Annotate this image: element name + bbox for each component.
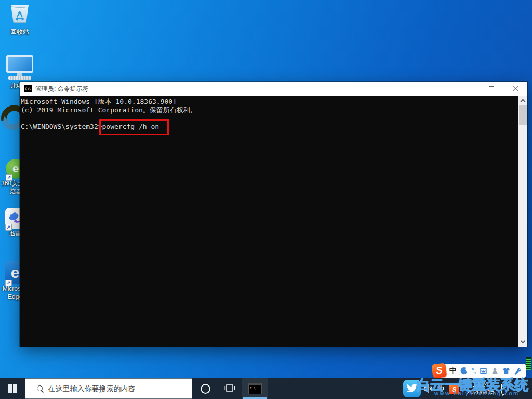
show-desktop-button[interactable] (530, 378, 530, 399)
shortcut-arrow-badge: ↗ (6, 174, 12, 181)
recycle-bin-icon (9, 5, 30, 28)
shortcut-arrow-badge: ↗ (5, 280, 12, 286)
cmd-window: C:\ 管理员: 命令提示符 Microsoft Windows [版本 10.… (20, 82, 527, 347)
search-icon (37, 385, 43, 392)
bird-icon (406, 383, 418, 394)
console-line: Microsoft Windows [版本 10.0.18363.900] (21, 98, 527, 106)
windows-logo-icon (8, 384, 17, 393)
network-monitor-badge[interactable] (526, 357, 531, 370)
window-title: 管理员: 命令提示符 (35, 85, 456, 94)
command-highlight-box (99, 119, 169, 135)
desktop-icon-recycle-bin[interactable]: 回收站 (1, 5, 38, 36)
sogou-logo-icon[interactable]: S (432, 363, 447, 379)
console-line: (c) 2019 Microsoft Corporation。保留所有权利。 (21, 106, 527, 114)
task-view-icon (224, 384, 236, 393)
keyboard-icon[interactable] (480, 367, 487, 375)
scroll-up-arrow[interactable] (518, 96, 527, 105)
speaker-icon (424, 384, 433, 393)
edge-logo-letter: e (11, 264, 20, 282)
cmd-titlebar[interactable]: C:\ 管理员: 命令提示符 (20, 82, 527, 96)
ime-indicator[interactable]: 中 (437, 384, 445, 394)
taskbar-cmd-button[interactable]: C:\_ (242, 378, 268, 399)
moon-icon[interactable] (460, 367, 468, 375)
this-pc-icon (4, 55, 35, 82)
desktop: 回收站 此电脑 e ↗ 360安全浏 览器 (0, 0, 532, 399)
wrench-icon[interactable] (514, 367, 522, 375)
punctuation-toggle[interactable]: °, (472, 368, 476, 374)
minimize-icon (465, 89, 471, 89)
scroll-thumb[interactable] (519, 105, 527, 125)
task-view-button[interactable] (218, 378, 242, 399)
search-input[interactable] (48, 384, 189, 393)
account-icon[interactable] (491, 367, 499, 375)
taskbar-clock[interactable]: 13:24 2020/9/15 (462, 381, 499, 396)
clock-date: 2020/9/15 (462, 389, 499, 396)
clock-time: 13:24 (462, 381, 499, 389)
cortana-button[interactable] (193, 378, 217, 399)
cortana-icon (201, 384, 210, 394)
sogou-tray-icon[interactable]: S (449, 384, 459, 394)
console-prompt: C:\WINDOWS\system32> (21, 123, 102, 130)
minimize-button[interactable] (456, 82, 480, 96)
360-logo-letter: e (12, 162, 19, 176)
ime-mode-toggle[interactable]: 中 (449, 366, 457, 376)
shortcut-arrow-badge: ↗ (5, 224, 12, 231)
volume-button[interactable] (424, 384, 433, 395)
cmd-icon: C:\ (24, 85, 32, 92)
close-button[interactable] (503, 82, 527, 96)
twitter-bird-button[interactable] (403, 380, 421, 397)
maximize-button[interactable] (480, 82, 503, 96)
console-output[interactable]: Microsoft Windows [版本 10.0.18363.900] (c… (20, 96, 527, 347)
console-scrollbar[interactable] (518, 96, 527, 347)
start-button[interactable] (0, 378, 25, 399)
skin-tshirt-icon[interactable] (502, 367, 510, 375)
action-center-button[interactable] (501, 384, 502, 394)
close-icon (512, 86, 518, 92)
icon-label: 回收站 (1, 28, 38, 36)
console-line (21, 114, 527, 123)
recycle-symbol-icon (14, 10, 25, 21)
taskbar-search[interactable] (25, 378, 192, 399)
action-center-icon (501, 384, 502, 394)
maximize-icon (489, 86, 494, 91)
cmd-taskbar-icon: C:\_ (248, 383, 262, 394)
console-prompt-line: C:\WINDOWS\system32>powercfg /h on (21, 123, 527, 131)
sogou-ime-toolbar: S 中 °, (440, 364, 526, 378)
scroll-down-arrow[interactable] (518, 338, 527, 347)
